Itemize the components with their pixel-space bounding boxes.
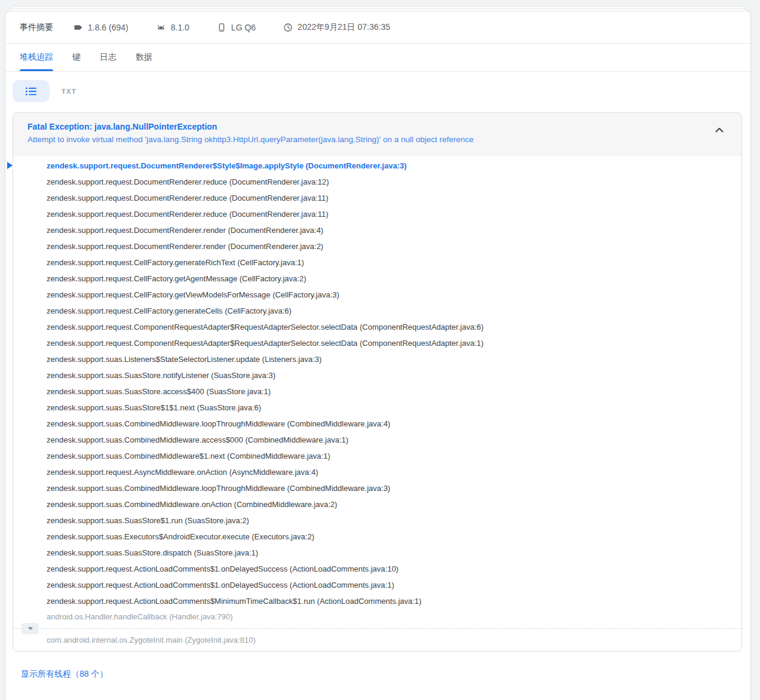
stack-frame-row[interactable]: zendesk.support.request.DocumentRenderer… xyxy=(13,206,741,222)
tab-logs[interactable]: 日志 xyxy=(100,44,117,71)
event-summary-bar: 事件摘要 1.8.6 (694) 8.1.0 LG Q6 xyxy=(5,11,750,44)
tab-keys[interactable]: 键 xyxy=(72,44,81,71)
os-version-chip: 8.1.0 xyxy=(156,23,189,32)
stack-frame-row[interactable]: com.android.internal.os.ZygoteInit.main … xyxy=(13,633,741,647)
crash-frame-marker-icon xyxy=(7,162,13,169)
stack-frame-row[interactable]: zendesk.support.request.DocumentRenderer… xyxy=(13,222,741,238)
stack-frame-row[interactable]: zendesk.support.suas.SuasStore.dispatch … xyxy=(13,545,741,561)
device-label: LG Q6 xyxy=(231,23,256,32)
tab-data[interactable]: 数据 xyxy=(136,44,152,71)
formatted-view-button[interactable] xyxy=(13,80,50,102)
collapsed-frames-divider xyxy=(13,624,741,633)
timestamp-chip: 2022年9月21日 07:36:35 xyxy=(283,22,390,33)
stack-frame-row[interactable]: zendesk.support.request.ActionLoadCommen… xyxy=(13,577,741,593)
formatted-list-icon xyxy=(25,87,37,96)
collapse-panel-button[interactable] xyxy=(712,122,727,137)
stack-frame-row[interactable]: zendesk.support.request.AsyncMiddleware.… xyxy=(13,464,741,480)
raw-txt-view-button[interactable]: TXT xyxy=(62,88,76,95)
stack-frame-row[interactable]: zendesk.support.request.ComponentRequest… xyxy=(13,319,741,335)
stack-frame-row[interactable]: zendesk.support.request.CellFactory.getV… xyxy=(13,287,741,303)
stack-frame-row[interactable]: zendesk.support.suas.Executors$AndroidEx… xyxy=(13,529,741,545)
stack-frame-row[interactable]: zendesk.support.suas.SuasStore$1$1.next … xyxy=(13,400,741,416)
chevron-up-icon xyxy=(715,127,724,133)
detail-tabs: 堆栈追踪 键 日志 数据 xyxy=(5,44,750,72)
stack-frame-row[interactable]: zendesk.support.suas.CombinedMiddleware.… xyxy=(13,480,741,496)
trace-view-toolbar: TXT xyxy=(5,72,750,102)
stack-frame-row[interactable]: zendesk.support.request.DocumentRenderer… xyxy=(13,158,741,174)
exception-header: Fatal Exception: java.lang.NullPointerEx… xyxy=(13,113,741,155)
stack-frame-row[interactable]: zendesk.support.suas.Listeners$StateSele… xyxy=(13,351,741,367)
stack-frame-row[interactable]: zendesk.support.suas.CombinedMiddleware.… xyxy=(13,496,741,512)
stack-frame-row[interactable]: zendesk.support.request.ComponentRequest… xyxy=(13,335,741,351)
version-tag-icon xyxy=(73,23,83,32)
stack-frame-list: zendesk.support.request.DocumentRenderer… xyxy=(13,155,741,651)
stack-frame-row[interactable]: zendesk.support.request.CellFactory.gene… xyxy=(13,254,741,271)
tab-stack-trace[interactable]: 堆栈追踪 xyxy=(20,44,53,71)
stack-frame-row[interactable]: zendesk.support.suas.CombinedMiddleware.… xyxy=(13,432,741,448)
clock-icon xyxy=(283,23,293,32)
stack-frame-row[interactable]: android.os.Handler.handleCallback (Handl… xyxy=(13,609,741,624)
device-phone-icon xyxy=(217,23,226,32)
chevron-down-icon xyxy=(28,627,33,630)
timestamp-label: 2022年9月21日 07:36:35 xyxy=(298,22,390,33)
stack-frame-row[interactable]: zendesk.support.request.CellFactory.gene… xyxy=(13,303,741,319)
app-version-chip: 1.8.6 (694) xyxy=(73,23,128,32)
stack-frame-row[interactable]: zendesk.support.request.CellFactory.getA… xyxy=(13,271,741,287)
stack-frame-row[interactable]: zendesk.support.suas.SuasStore.access$40… xyxy=(13,383,741,400)
stack-frame-row[interactable]: zendesk.support.request.DocumentRenderer… xyxy=(13,238,741,254)
event-card: 事件摘要 1.8.6 (694) 8.1.0 LG Q6 xyxy=(5,11,751,700)
os-version-label: 8.1.0 xyxy=(171,23,189,32)
stack-frame-row[interactable]: zendesk.support.suas.SuasStore.notifyLis… xyxy=(13,367,741,383)
android-os-icon xyxy=(156,23,166,32)
stack-frame-row[interactable]: zendesk.support.request.DocumentRenderer… xyxy=(13,174,741,190)
stack-frame-row[interactable]: zendesk.support.request.ActionLoadCommen… xyxy=(13,561,741,577)
exception-subtitle: Attempt to invoke virtual method 'java.l… xyxy=(27,133,703,146)
stack-frame-row[interactable]: zendesk.support.suas.CombinedMiddleware$… xyxy=(13,448,741,464)
exception-trace-panel: Fatal Exception: java.lang.NullPointerEx… xyxy=(13,112,742,652)
stack-frame-row[interactable]: zendesk.support.suas.SuasStore$1.run (Su… xyxy=(13,512,741,529)
expand-collapsed-frames-button[interactable] xyxy=(22,623,39,634)
exception-title: Fatal Exception: java.lang.NullPointerEx… xyxy=(27,121,703,133)
device-chip: LG Q6 xyxy=(217,23,256,32)
event-summary-title: 事件摘要 xyxy=(20,22,53,33)
show-all-threads-link[interactable]: 显示所有线程（88 个） xyxy=(21,669,108,680)
stack-frame-row[interactable]: zendesk.support.suas.CombinedMiddleware.… xyxy=(13,416,741,432)
stack-frame-row[interactable]: zendesk.support.request.ActionLoadCommen… xyxy=(13,593,741,609)
app-version-label: 1.8.6 (694) xyxy=(88,23,128,32)
stack-frame-row[interactable]: zendesk.support.request.DocumentRenderer… xyxy=(13,190,741,206)
